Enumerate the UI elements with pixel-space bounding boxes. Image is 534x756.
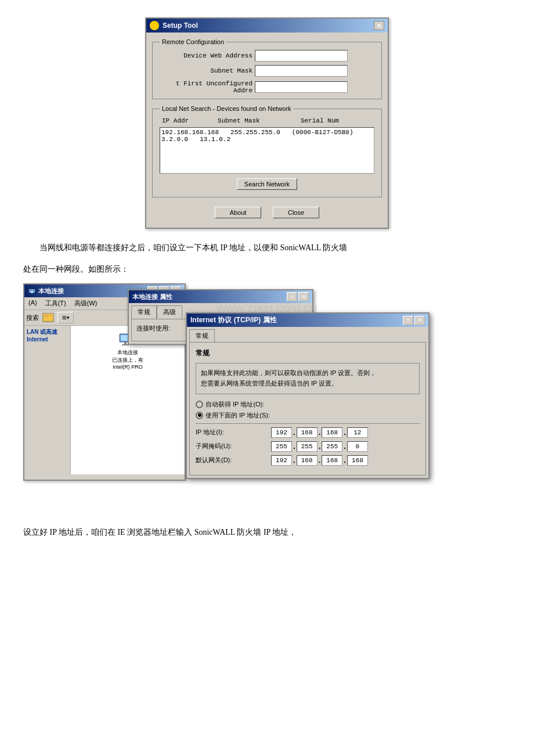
gateway-inputs: . . . xyxy=(271,455,368,466)
gateway-dot-2: . xyxy=(319,455,321,466)
menu-item-advanced[interactable]: 高级(W) xyxy=(73,298,99,308)
radio-manual-ip-label: 使用下面的 IP 地址(S): xyxy=(205,411,270,420)
gateway-seg1[interactable] xyxy=(271,455,292,466)
first-unconfigured-label: t First Unconfigured Addre xyxy=(160,80,252,94)
gateway-seg2[interactable] xyxy=(297,455,317,466)
first-unconfigured-row: t First Unconfigured Addre xyxy=(160,80,374,94)
radio-auto-ip[interactable] xyxy=(196,401,203,408)
local-conn-label1: 本地连接 已连接上，有 Intel(R) PRO xyxy=(112,349,143,370)
separator-1 xyxy=(196,423,420,424)
menu-item-tools[interactable]: 工具(T) xyxy=(44,298,68,308)
search-network-button[interactable]: Search Network xyxy=(237,178,297,190)
paragraph1: 当网线和电源等都连接好之后，咱们设立一下本机 IP 地址，以便和 SonicWA… xyxy=(23,240,511,255)
setup-tool-body: Remote Configuration Device Web Address … xyxy=(146,33,388,228)
ip-seg2[interactable] xyxy=(297,427,317,438)
row1-serial: (0006-B127-D5B8) xyxy=(292,129,353,136)
paragraph2: 处在同一种网段。如图所示： xyxy=(23,262,511,276)
subnet-label: 子网掩码(U): xyxy=(196,442,271,451)
setup-tool-icon xyxy=(150,21,159,30)
subnet-seg3[interactable] xyxy=(322,441,342,452)
tcpip-titlebar: Internet 协议 (TCP/IP) 属性 ? ✕ xyxy=(187,314,428,327)
gateway-seg4[interactable] xyxy=(347,455,368,466)
ip-seg4[interactable] xyxy=(347,427,368,438)
row1-subnet: 255.255.255.0 xyxy=(230,129,280,136)
radio-manual-ip[interactable] xyxy=(196,412,203,419)
info-line2: 您需要从网络系统管理员处获得适当的 IP 设置。 xyxy=(201,379,414,389)
svg-rect-3 xyxy=(44,315,47,317)
local-conn-title: 本地连接 属性 xyxy=(132,293,172,301)
network-devices-table: IP Addr Subnet Mask Serial Num xyxy=(160,117,374,125)
tcpip-title: Internet 协议 (TCP/IP) 属性 xyxy=(190,315,277,325)
radio-auto-ip-row: 自动获得 IP 地址(O): xyxy=(196,400,420,409)
net-conn-titlebar-left: 本地连接 xyxy=(28,287,64,296)
gateway-dot-1: . xyxy=(293,455,295,466)
device-web-address-input[interactable] xyxy=(255,50,348,62)
subnet-dot-1: . xyxy=(293,441,295,452)
tab-general[interactable]: 常规 xyxy=(131,305,157,319)
toolbar-search-label: 搜索 xyxy=(26,314,39,322)
device-web-address-row: Device Web Address xyxy=(160,50,374,62)
tcpip-tab-content: 常规 如果网络支持此功能，则可以获取自动指派的 IP 设置。否则， 您需要从网络… xyxy=(189,342,426,475)
local-conn-titlebar-buttons: ? ✕ xyxy=(287,292,309,301)
net-conn-content: LAN 或高速 Internet xyxy=(24,326,185,474)
first-unconfigured-input[interactable] xyxy=(255,81,348,93)
ip-dot-1: . xyxy=(293,427,295,438)
tcpip-info-box: 如果网络支持此功能，则可以获取自动指派的 IP 设置。否则， 您需要从网络系统管… xyxy=(196,363,420,394)
subnet-seg4[interactable] xyxy=(347,441,368,452)
menu-item-a[interactable]: (A) xyxy=(27,298,39,308)
tcpip-tab-area: 常规 xyxy=(187,327,428,342)
about-button[interactable]: About xyxy=(215,207,261,218)
bottom-buttons-row: About Close xyxy=(152,203,382,222)
gateway-row: 默认网关(D): . . . xyxy=(196,455,420,466)
screenshot2-area: www.zixin.com.cn 本地连接 _ □ ✕ (A) 工具(T) 高级… xyxy=(23,283,511,516)
subnet-mask-label: Subnet Mask xyxy=(160,67,252,74)
setup-tool-title: Setup Tool xyxy=(163,21,198,30)
network-list-row-2: 3.2.0.0 13.1.0.2 xyxy=(161,136,373,143)
subnet-mask-row: Subnet Mask xyxy=(160,65,374,77)
row2-subnet: 13.1.0.2 xyxy=(200,136,230,143)
gateway-seg3[interactable] xyxy=(322,455,342,466)
remote-config-legend: Remote Configuration xyxy=(160,38,226,45)
col-ip-header: IP Addr xyxy=(160,117,215,125)
subnet-mask-row: 子网掩码(U): . . . xyxy=(196,441,420,452)
svg-rect-6 xyxy=(124,342,127,344)
row1-ip: 192.168.168.168 xyxy=(161,129,219,136)
ip-seg1[interactable] xyxy=(271,427,292,438)
info-line1: 如果网络支持此功能，则可以获取自动指派的 IP 设置。否则， xyxy=(201,368,414,379)
tcpip-help-btn[interactable]: ? xyxy=(403,316,413,325)
svg-rect-1 xyxy=(31,291,33,293)
tcpip-close-btn[interactable]: ✕ xyxy=(414,316,425,325)
close-button[interactable]: Close xyxy=(273,207,319,218)
tcpip-props-dialog: Internet 协议 (TCP/IP) 属性 ? ✕ 常规 常规 如果网络支持… xyxy=(186,312,430,478)
network-list-area: 192.168.168.168 255.255.255.0 (0006-B127… xyxy=(160,127,374,174)
setup-tool-window: Setup Tool ✕ Remote Configuration Device… xyxy=(145,17,389,229)
tcpip-titlebar-buttons: ? ✕ xyxy=(403,316,425,325)
subnet-dot-3: . xyxy=(344,441,346,452)
tcpip-tab-general[interactable]: 常规 xyxy=(189,329,215,342)
local-conn-help-btn[interactable]: ? xyxy=(287,292,297,301)
ip-dot-3: . xyxy=(344,427,346,438)
local-conn-close-btn[interactable]: ✕ xyxy=(298,292,309,301)
paragraph3: 设立好 IP 地址后，咱们在 IE 浏览器地址栏输入 SonicWALL 防火墙… xyxy=(23,525,511,539)
tab-advanced[interactable]: 高级 xyxy=(157,305,182,319)
lan-section-title: LAN 或高速 Internet xyxy=(27,328,68,343)
network-connections-icon xyxy=(28,287,36,295)
local-net-search-legend: Local Net Search - Devices found on Netw… xyxy=(160,105,294,112)
subnet-dot-2: . xyxy=(319,441,321,452)
radio-manual-ip-row: 使用下面的 IP 地址(S): xyxy=(196,411,420,420)
setup-tool-close-btn[interactable]: ✕ xyxy=(374,21,384,30)
view-grid-button[interactable]: ⊞▾ xyxy=(57,312,74,323)
local-net-search-group: Local Net Search - Devices found on Netw… xyxy=(152,105,382,197)
subnet-seg2[interactable] xyxy=(297,441,317,452)
local-conn-titlebar: 本地连接 属性 ? ✕ xyxy=(129,290,312,303)
subnet-mask-input[interactable] xyxy=(255,65,348,77)
subnet-seg1[interactable] xyxy=(271,441,292,452)
ip-seg3[interactable] xyxy=(322,427,342,438)
tcpip-section-header: 常规 xyxy=(196,348,420,358)
subnet-mask-inputs: . . . xyxy=(271,441,368,452)
col-serial-header: Serial Num xyxy=(298,117,374,125)
col-subnet-header: Subnet Mask xyxy=(215,117,298,125)
folder-icon[interactable] xyxy=(42,313,54,322)
gateway-label: 默认网关(D): xyxy=(196,456,271,465)
setup-tool-titlebar: Setup Tool ✕ xyxy=(146,19,388,33)
